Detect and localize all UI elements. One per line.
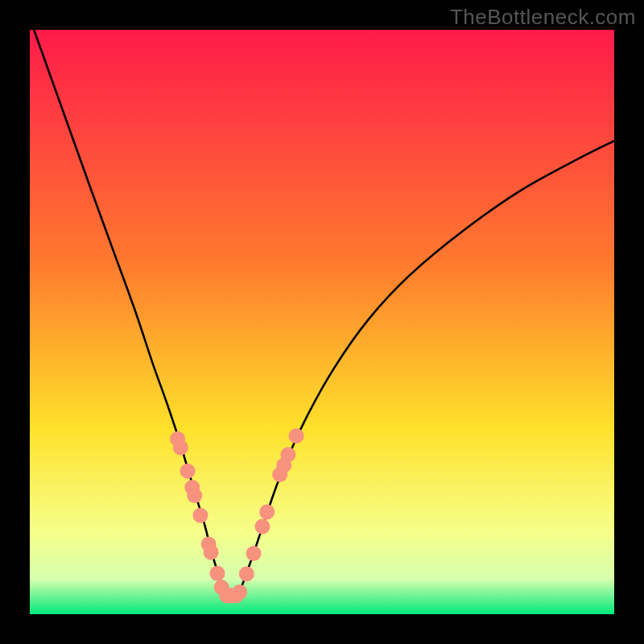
chart-root: { "watermark": "TheBottleneck.com", "col… <box>0 0 644 644</box>
data-marker <box>173 440 188 456</box>
data-marker <box>259 504 275 519</box>
chart-plot <box>30 30 614 614</box>
gradient-background <box>30 30 614 614</box>
data-marker <box>239 566 254 581</box>
data-marker <box>204 545 219 560</box>
data-marker <box>187 488 202 503</box>
data-marker <box>232 584 247 600</box>
data-marker <box>192 508 208 523</box>
data-marker <box>246 546 262 561</box>
data-marker <box>254 519 270 535</box>
data-marker <box>289 428 304 444</box>
watermark-label: TheBottleneck.com <box>450 5 636 30</box>
data-marker <box>280 447 295 462</box>
data-marker <box>210 566 225 581</box>
data-marker <box>180 464 196 479</box>
